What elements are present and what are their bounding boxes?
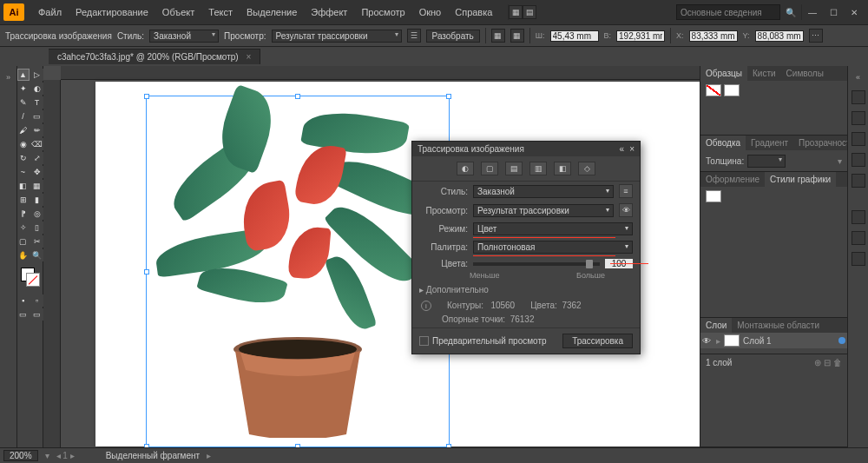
tp-menu-icon[interactable]: ≡ — [619, 184, 633, 198]
swatch-none[interactable] — [706, 84, 721, 96]
tab-stroke[interactable]: Обводка — [700, 136, 746, 150]
tool-screen[interactable]: ▭ — [17, 308, 30, 321]
tp-mode-select[interactable]: Цвет — [473, 222, 633, 235]
tab-styles[interactable]: Стили графики — [765, 172, 836, 187]
tool-width[interactable]: ~ — [17, 166, 30, 178]
x-input[interactable] — [689, 30, 738, 42]
tool-zoom[interactable]: 🔍 — [31, 249, 43, 261]
doc-setup-icon[interactable]: ▦ — [509, 5, 523, 19]
menu-просмотр[interactable]: Просмотр — [354, 3, 411, 21]
preset-low-icon[interactable]: ▤ — [505, 162, 523, 175]
tool-fill[interactable]: ▪ — [17, 294, 30, 307]
zoom-level[interactable]: 200% — [3, 450, 38, 461]
tp-colors-slider[interactable] — [473, 262, 600, 266]
tool-slice[interactable]: ✂ — [31, 235, 43, 248]
tool-free[interactable]: ✥ — [31, 166, 43, 178]
tp-eye-icon[interactable]: 👁 — [619, 203, 633, 217]
tp-palette-select[interactable]: Полнотоновая — [473, 241, 633, 254]
tool-direct[interactable]: ▷ — [31, 69, 43, 81]
preset-high-icon[interactable]: ▢ — [481, 162, 498, 175]
tool-pencil[interactable]: ✏ — [31, 124, 43, 136]
grid-icon[interactable]: ▤ — [523, 5, 536, 19]
tool-hand[interactable]: ✋ — [17, 249, 30, 261]
menu-объект[interactable]: Объект — [155, 3, 201, 21]
tool-wand[interactable]: ✦ — [17, 83, 30, 95]
tab-brushes[interactable]: Кисти — [747, 66, 781, 81]
panel-close-icon[interactable]: × — [629, 144, 635, 154]
menu-редактирование[interactable]: Редактирование — [69, 3, 155, 21]
tool-persp[interactable]: ▦ — [31, 180, 43, 192]
tp-preview-checkbox[interactable]: Предварительный просмотр — [419, 336, 547, 347]
tool-rotate[interactable]: ↻ — [17, 152, 30, 164]
swatch-reg[interactable] — [724, 84, 740, 96]
expand-right-icon[interactable]: « — [852, 71, 865, 83]
align-icon-1[interactable]: ▦ — [491, 29, 505, 43]
tool-shape[interactable]: ◧ — [17, 180, 30, 192]
search-icon[interactable]: 🔍 — [780, 4, 801, 20]
height-input[interactable] — [616, 30, 665, 42]
preset-bw-icon[interactable]: ◧ — [554, 162, 571, 175]
strip-icon-3[interactable] — [852, 132, 865, 146]
image-trace-panel[interactable]: Трассировка изображения « × ◐ ▢ ▤ ▥ ◧ ◇ … — [411, 141, 641, 354]
stroke-width-select[interactable] — [747, 155, 786, 168]
menu-справка[interactable]: Справка — [448, 3, 499, 21]
tab-gradient[interactable]: Градиент — [746, 136, 793, 150]
tab-appearance[interactable]: Оформление — [700, 172, 765, 187]
trace-panel-icon[interactable]: ☰ — [407, 29, 421, 43]
tp-advanced-toggle[interactable]: ▸ Дополнительно — [419, 285, 489, 294]
workspace-selector[interactable]: Основные сведения — [676, 4, 780, 20]
tool-eyedrop[interactable]: ⁋ — [17, 208, 30, 220]
minimize-icon[interactable]: — — [802, 4, 823, 20]
tab-layers[interactable]: Слои — [700, 318, 732, 333]
preset-gray-icon[interactable]: ▥ — [529, 162, 547, 175]
tp-trace-button[interactable]: Трассировка — [562, 334, 633, 348]
selection-bounds[interactable] — [146, 96, 450, 447]
tp-style-select[interactable]: Заказной — [473, 185, 614, 198]
panel-collapse-icon[interactable]: « — [620, 144, 625, 154]
strip-icon-2[interactable] — [852, 111, 865, 125]
tab-swatches[interactable]: Образцы — [700, 66, 747, 81]
tool-mode[interactable]: ▭ — [31, 308, 43, 321]
layer-row[interactable]: 👁 ▸ Слой 1 — [700, 333, 847, 348]
tool-draw[interactable]: ▫ — [31, 294, 43, 307]
expand-left-icon[interactable]: » — [3, 71, 15, 83]
tool-scale[interactable]: ⤢ — [31, 152, 43, 164]
style-default[interactable] — [706, 190, 721, 202]
style-select[interactable]: Заказной — [149, 30, 219, 43]
width-input[interactable] — [550, 30, 599, 42]
layer-name[interactable]: Слой 1 — [743, 336, 772, 346]
tool-blend[interactable]: ◎ — [31, 208, 43, 220]
document-tab[interactable]: c3ahce70c3fa3.jpg* @ 200% (RGB/Просмотр)… — [49, 49, 260, 64]
tab-artboards[interactable]: Монтажные области — [732, 318, 825, 333]
maximize-icon[interactable]: ☐ — [823, 4, 844, 20]
strip-icon-5[interactable] — [852, 174, 865, 188]
tool-rect[interactable]: ▭ — [31, 110, 43, 122]
preset-outline-icon[interactable]: ◇ — [578, 162, 595, 175]
tool-mesh[interactable]: ⊞ — [17, 194, 30, 206]
close-icon[interactable]: ✕ — [844, 4, 865, 20]
tool-blob[interactable]: ◉ — [17, 138, 30, 150]
tool-lasso[interactable]: ◐ — [31, 83, 43, 95]
tool-brush[interactable]: 🖌 — [17, 124, 30, 136]
menu-эффект[interactable]: Эффект — [304, 3, 354, 21]
strip-icon-1[interactable] — [852, 90, 865, 104]
color-swatch[interactable] — [21, 268, 40, 287]
tool-gradient[interactable]: ▮ — [31, 194, 43, 206]
menu-текст[interactable]: Текст — [201, 3, 240, 21]
tool-eraser[interactable]: ⌫ — [31, 138, 43, 150]
tool-type[interactable]: T — [31, 96, 43, 109]
menu-файл[interactable]: Файл — [31, 3, 69, 21]
tool-symbol[interactable]: ✧ — [17, 222, 30, 234]
tool-graph[interactable]: ▯ — [31, 222, 43, 234]
y-input[interactable] — [755, 30, 804, 42]
tab-symbols[interactable]: Символы — [781, 66, 829, 81]
strip-icon-6[interactable] — [852, 210, 865, 224]
tool-selection[interactable]: ▲ — [17, 69, 30, 81]
strip-icon-7[interactable] — [852, 231, 865, 245]
visibility-icon[interactable]: 👁 — [702, 336, 713, 346]
align-icon-2[interactable]: ▦ — [510, 29, 524, 43]
expand-button[interactable]: Разобрать — [426, 30, 480, 43]
more-opts-icon[interactable]: ⋯ — [809, 29, 823, 43]
menu-выделение[interactable]: Выделение — [240, 3, 304, 21]
tool-pen[interactable]: ✎ — [17, 96, 30, 109]
